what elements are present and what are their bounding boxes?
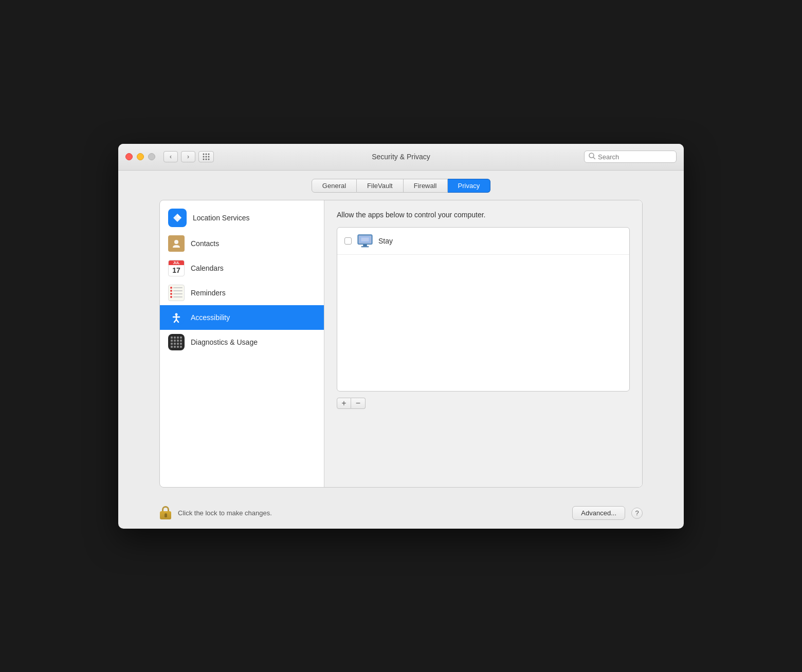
right-panel-description: Allow the apps below to control your com…: [337, 211, 630, 219]
diagnostics-icon: [168, 334, 185, 350]
sidebar-item-reminders[interactable]: Reminders: [160, 281, 324, 305]
back-button[interactable]: ‹: [163, 151, 178, 162]
forward-button[interactable]: ›: [181, 151, 195, 162]
sidebar: Location Services Contacts Jul: [160, 200, 324, 487]
remove-app-button[interactable]: −: [351, 398, 366, 409]
stay-app-icon: [357, 233, 373, 249]
svg-rect-22: [361, 237, 369, 241]
traffic-lights: [125, 153, 155, 160]
advanced-button[interactable]: Advanced...: [572, 506, 625, 520]
contacts-icon: [168, 235, 185, 252]
sidebar-item-calendars[interactable]: Jul 17 Calendars: [160, 256, 324, 281]
add-remove-bar: + −: [337, 398, 630, 409]
sidebar-label-reminders: Reminders: [191, 289, 226, 297]
window-title: Security & Privacy: [372, 153, 430, 161]
sidebar-label-diagnostics: Diagnostics & Usage: [191, 338, 258, 346]
tab-filevault[interactable]: FileVault: [357, 179, 404, 193]
accessibility-icon: [168, 309, 185, 326]
calendar-month: Jul: [169, 260, 184, 265]
tab-privacy[interactable]: Privacy: [448, 179, 491, 193]
svg-point-3: [203, 156, 205, 158]
lock-shackle: [162, 506, 169, 511]
app-name-stay: Stay: [378, 237, 393, 245]
reminders-icon: [168, 285, 185, 301]
search-input[interactable]: [598, 153, 672, 161]
svg-point-6: [203, 159, 205, 160]
svg-point-5: [208, 156, 210, 158]
calendars-icon: Jul 17: [168, 260, 185, 276]
sidebar-item-location-services[interactable]: Location Services: [160, 204, 324, 231]
table-row: Stay: [337, 228, 629, 255]
lock-body: [160, 511, 171, 519]
search-icon: [589, 153, 595, 161]
lock-icon[interactable]: [159, 506, 172, 520]
sidebar-label-contacts: Contacts: [191, 239, 219, 248]
sidebar-item-diagnostics[interactable]: Diagnostics & Usage: [160, 330, 324, 354]
svg-rect-24: [361, 246, 369, 247]
svg-point-13: [174, 240, 178, 244]
svg-point-7: [206, 159, 207, 160]
tabs-bar: General FileVault Firewall Privacy: [118, 171, 684, 200]
svg-line-18: [176, 320, 178, 322]
add-app-button[interactable]: +: [337, 398, 351, 409]
svg-point-2: [208, 154, 210, 155]
app-grid-button[interactable]: [198, 151, 214, 162]
lock-label: Click the lock to make changes.: [178, 509, 272, 517]
nav-buttons: ‹ ›: [163, 151, 195, 162]
lock-keyhole: [165, 513, 167, 517]
sidebar-item-contacts[interactable]: Contacts: [160, 231, 324, 256]
content-area: Location Services Contacts Jul: [118, 200, 684, 498]
main-window: ‹ › Security & Privacy: [118, 144, 684, 529]
location-services-icon: [168, 209, 187, 227]
titlebar: ‹ › Security & Privacy: [118, 144, 684, 171]
apps-list: Stay: [337, 227, 630, 391]
right-panel: Allow the apps below to control your com…: [324, 200, 642, 487]
svg-line-10: [593, 157, 595, 159]
search-box[interactable]: [584, 151, 677, 163]
svg-point-4: [206, 156, 207, 158]
maximize-button[interactable]: [148, 153, 155, 160]
bottom-bar: Click the lock to make changes. Advanced…: [118, 498, 684, 529]
svg-marker-12: [177, 214, 181, 218]
sidebar-label-location-services: Location Services: [193, 214, 250, 222]
empty-apps-area: [337, 255, 629, 358]
svg-rect-23: [363, 244, 367, 246]
minimize-button[interactable]: [137, 153, 144, 160]
svg-point-1: [206, 154, 207, 155]
sidebar-label-calendars: Calendars: [191, 264, 224, 272]
close-button[interactable]: [125, 153, 133, 160]
tab-general[interactable]: General: [312, 179, 357, 193]
sidebar-item-accessibility[interactable]: Accessibility: [160, 305, 324, 330]
svg-point-8: [208, 159, 210, 160]
svg-point-0: [203, 154, 205, 155]
calendar-date: 17: [169, 265, 184, 276]
help-button[interactable]: ?: [631, 508, 643, 519]
tab-firewall[interactable]: Firewall: [404, 179, 448, 193]
main-panel: Location Services Contacts Jul: [159, 200, 643, 488]
sidebar-label-accessibility: Accessibility: [191, 313, 230, 322]
app-checkbox-stay[interactable]: [344, 237, 352, 245]
